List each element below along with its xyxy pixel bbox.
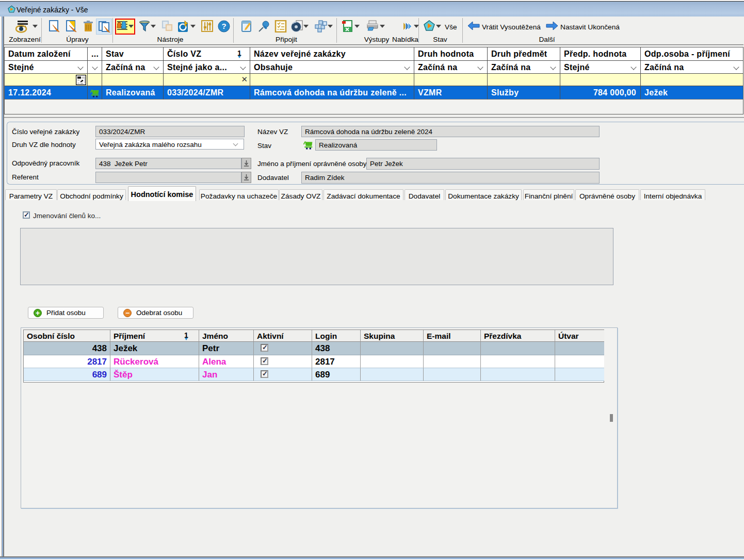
svg-text:?: ?	[221, 22, 226, 30]
